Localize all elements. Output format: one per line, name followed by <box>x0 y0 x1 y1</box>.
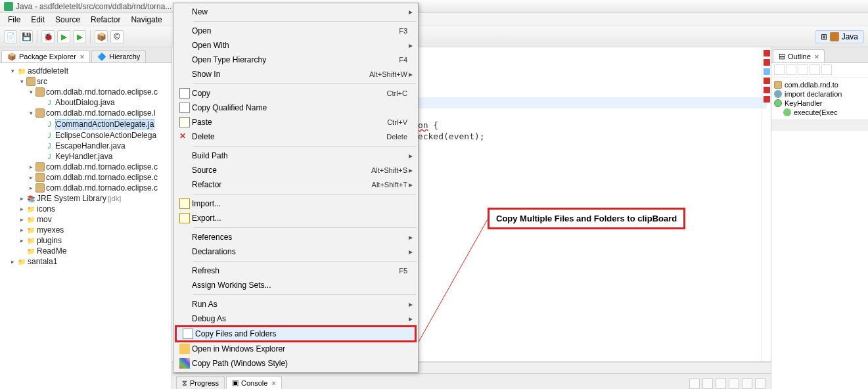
menu-item-references[interactable]: References▸ <box>173 230 418 244</box>
menu-refactor[interactable]: Refactor <box>85 14 126 26</box>
save-button[interactable]: 💾 <box>20 30 33 43</box>
context-menu[interactable]: New▸OpenF3Open With▸Open Type HierarchyF… <box>173 3 419 373</box>
close-icon[interactable]: × <box>80 53 84 60</box>
filter-button[interactable] <box>798 64 808 75</box>
new-package-button[interactable]: 📦 <box>95 30 108 43</box>
tree-file[interactable]: JEclipseConsoleActionDelega <box>37 130 171 141</box>
error-marker-icon[interactable] <box>764 87 770 93</box>
tab-package-explorer[interactable]: 📦 Package Explorer × <box>1 50 90 62</box>
menu-accelerator: Delete <box>386 133 407 141</box>
menu-item-show-in[interactable]: Show InAlt+Shift+W▸ <box>173 67 418 81</box>
menu-item-import-[interactable]: Import... <box>173 196 418 211</box>
outline-item[interactable]: KeyHandler <box>774 99 865 108</box>
run-button[interactable]: ▶ <box>57 30 70 43</box>
tree-package[interactable]: ▸com.ddlab.rnd.tornado.eclipse.c <box>28 183 171 193</box>
new-class-button[interactable]: © <box>110 30 124 43</box>
tree-src[interactable]: ▾src <box>18 76 171 87</box>
tree-folder[interactable]: 📁ReadMe <box>18 246 171 256</box>
menu-item-refresh[interactable]: RefreshF5 <box>173 263 418 278</box>
menu-bar[interactable]: File Edit Source Refactor Navigate Se <box>0 13 868 26</box>
tree-folder[interactable]: ▸📁plugins <box>18 235 171 246</box>
menu-source[interactable]: Source <box>50 14 85 26</box>
outline-tabs: ▤Outline× <box>771 47 868 63</box>
tab-outline[interactable]: ▤Outline× <box>773 49 825 62</box>
menu-item-label: Refactor <box>192 180 372 189</box>
menu-item-label: Source <box>192 166 371 175</box>
menu-item-open-in-windows-explorer[interactable]: Open in Windows Explorer <box>173 342 418 356</box>
outline-item[interactable]: execute(Exec <box>774 108 865 117</box>
tree-package[interactable]: ▾com.ddlab.rnd.tornado.eclipse.l <box>28 108 171 118</box>
tree-folder[interactable]: ▸📁icons <box>18 204 171 214</box>
menu-item-open[interactable]: OpenF3 <box>173 24 418 38</box>
menu-edit[interactable]: Edit <box>26 14 50 26</box>
package-icon <box>35 162 45 172</box>
sort-button[interactable] <box>774 64 785 75</box>
console-tool[interactable] <box>742 378 752 389</box>
error-marker-icon[interactable] <box>764 59 770 66</box>
info-marker-icon[interactable] <box>764 68 770 75</box>
menu-item-assign-working-sets-[interactable]: Assign Working Sets... <box>173 278 418 292</box>
tab-progress[interactable]: ⧖Progress <box>176 376 225 389</box>
tree-project[interactable]: ▸📁santala1 <box>9 256 171 267</box>
tree-folder[interactable]: ▸📁myexes <box>18 225 171 235</box>
menu-item-open-with[interactable]: Open With▸ <box>173 38 418 53</box>
menu-file[interactable]: File <box>3 14 26 26</box>
menu-navigate[interactable]: Navigate <box>126 14 167 26</box>
menu-item-build-path[interactable]: Build Path▸ <box>173 149 418 163</box>
new-button[interactable]: 📄 <box>4 30 17 43</box>
console-tool[interactable] <box>702 378 713 389</box>
open-perspective-icon[interactable]: ⊞ <box>821 32 827 41</box>
tree-file[interactable]: JKeyHandler.java <box>37 151 171 162</box>
tree-file-selected[interactable]: JCommandActionDelegate.ja <box>37 118 171 130</box>
tree-project[interactable]: ▾📁asdfdeleteIt <box>9 66 171 76</box>
tab-console[interactable]: ▣Console× <box>226 376 282 389</box>
menu-item-new[interactable]: New▸ <box>173 5 418 19</box>
close-icon[interactable]: × <box>815 53 819 60</box>
outline-tree[interactable]: com.ddlab.rnd.to import declaration KeyH… <box>771 78 868 120</box>
java-perspective-icon <box>830 32 839 41</box>
menu-item-open-type-hierarchy[interactable]: Open Type HierarchyF4 <box>173 53 418 67</box>
tree-folder[interactable]: ▸📁mov <box>18 214 171 225</box>
menu-item-run-as[interactable]: Run As▸ <box>173 297 418 311</box>
menu-item-copy-path-windows-style-[interactable]: Copy Path (Windows Style) <box>173 356 418 371</box>
tree-file[interactable]: JAboutDialog.java <box>37 97 171 108</box>
horizontal-scrollbar[interactable] <box>771 120 868 131</box>
package-tree[interactable]: ▾📁asdfdeleteIt ▾src ▾com.ddlab.rnd.torna… <box>0 63 171 389</box>
close-icon[interactable]: × <box>271 379 275 387</box>
error-marker-icon[interactable] <box>764 96 770 103</box>
menu-item-copy-files-and-folders[interactable]: Copy Files and Folders <box>175 325 417 342</box>
error-marker-icon[interactable] <box>764 50 770 57</box>
outline-item[interactable]: com.ddlab.rnd.to <box>774 80 865 89</box>
menu-item-debug-as[interactable]: Debug As▸ <box>173 311 418 326</box>
menu-item-copy-qualified-name[interactable]: Copy Qualified Name <box>173 101 418 115</box>
menu-item-refactor[interactable]: RefactorAlt+Shift+T▸ <box>173 177 418 192</box>
tree-file[interactable]: JEscapeHandler.java <box>37 141 171 151</box>
src-folder-icon <box>26 77 35 86</box>
menu-item-paste[interactable]: PasteCtrl+V <box>173 115 418 129</box>
filter-button[interactable] <box>821 64 832 75</box>
menu-accelerator: Alt+Shift+S <box>371 166 407 174</box>
filter-button[interactable] <box>786 64 796 75</box>
tree-package[interactable]: ▸com.ddlab.rnd.tornado.eclipse.c <box>28 172 171 183</box>
tree-package[interactable]: ▸com.ddlab.rnd.tornado.eclipse.c <box>28 162 171 172</box>
debug-button[interactable]: 🐞 <box>41 30 55 43</box>
console-toolbar <box>689 378 771 389</box>
menu-item-copy[interactable]: CopyCtrl+C <box>173 86 418 101</box>
menu-item-source[interactable]: SourceAlt+Shift+S▸ <box>173 163 418 177</box>
menu-item-declarations[interactable]: Declarations▸ <box>173 244 418 259</box>
filter-button[interactable] <box>810 64 820 75</box>
outline-item[interactable]: import declaration <box>774 89 865 99</box>
console-tool[interactable] <box>729 378 739 389</box>
tree-package[interactable]: ▾com.ddlab.rnd.tornado.eclipse.c <box>28 87 171 97</box>
console-tool[interactable] <box>716 378 726 389</box>
console-tool[interactable] <box>755 378 765 389</box>
run-last-button[interactable]: ▶ <box>73 30 86 43</box>
perspective-switcher[interactable]: ⊞ Java <box>815 30 864 43</box>
tree-jre[interactable]: ▸📚JRE System Library [jdk] <box>18 193 171 204</box>
menu-item-delete[interactable]: ✕DeleteDelete <box>173 129 418 144</box>
menu-accelerator: Ctrl+V <box>387 118 407 126</box>
console-tool[interactable] <box>689 378 700 389</box>
menu-item-export-[interactable]: Export... <box>173 211 418 225</box>
error-marker-icon[interactable] <box>764 78 770 84</box>
tab-hierarchy[interactable]: 🔷 Hierarchy <box>91 50 146 62</box>
